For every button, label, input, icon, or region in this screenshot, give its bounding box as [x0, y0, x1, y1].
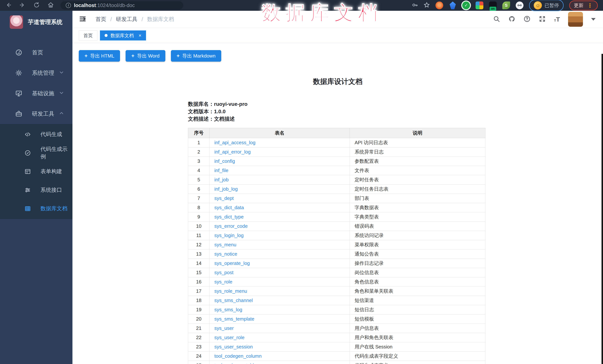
profile-paused-chip[interactable]: ☺ 已暂停: [529, 0, 564, 11]
watermark-text: 数据库文档: [262, 0, 382, 26]
breadcrumb-home[interactable]: 首页: [95, 16, 106, 23]
table-name-link[interactable]: sys_error_code: [214, 223, 248, 229]
font-size-icon[interactable]: тT: [554, 16, 560, 23]
export-word-button[interactable]: + 导出 Word: [126, 50, 165, 62]
table-name-link[interactable]: tool_codegen_column: [214, 353, 262, 359]
user-avatar[interactable]: [568, 12, 583, 27]
table-row: 20sys_sms_template短信模板: [188, 314, 485, 324]
table-name-link[interactable]: inf_config: [214, 158, 235, 164]
table-name-link[interactable]: sys_login_log: [214, 232, 244, 238]
table-name-link[interactable]: inf_job: [214, 177, 229, 182]
sidebar-item-label: 系统管理: [32, 69, 54, 77]
row-table-name: tool_codegen_table: [209, 361, 350, 364]
table-name-link[interactable]: sys_notice: [214, 251, 237, 257]
table-name-link[interactable]: inf_api_access_log: [214, 140, 255, 145]
table-name-link[interactable]: tool_codegen_table: [214, 363, 256, 364]
sidebar-item-devtools[interactable]: 研发工具: [0, 104, 72, 124]
ext-grid-icon[interactable]: [475, 1, 483, 9]
db-doc: 数据库设计文档 数据库名：ruoyi-vue-pro 文档版本：1.0.0 文档…: [72, 77, 603, 364]
table-row: 7sys_dept部门表: [188, 194, 485, 203]
dashboard-icon: [15, 49, 22, 56]
app-title: 芋道管理系统: [28, 18, 62, 26]
column-header-name: 表名: [209, 128, 350, 138]
row-seq: 20: [188, 314, 209, 324]
close-icon[interactable]: ×: [139, 33, 141, 38]
ext-puzzle-icon[interactable]: ⚯: [516, 1, 523, 9]
table-row: 13sys_notice通知公告表: [188, 250, 485, 259]
button-label: 导出 Word: [137, 53, 160, 59]
hamburger-icon[interactable]: [79, 15, 87, 23]
site-info-icon[interactable]: i: [66, 3, 71, 8]
table-row: 5inf_job定时任务表: [188, 175, 485, 185]
table-row: 8sys_dict_data字典数据表: [188, 203, 485, 212]
update-chip[interactable]: 更新 ⋮: [569, 0, 598, 11]
table-name-link[interactable]: sys_sms_template: [214, 316, 254, 322]
sidebar-item-system[interactable]: 系统管理: [0, 63, 72, 83]
table-name-link[interactable]: sys_dict_type: [214, 214, 244, 220]
table-name-link[interactable]: sys_user: [214, 325, 234, 331]
meta-value: ruoyi-vue-pro: [214, 101, 247, 107]
search-icon[interactable]: [493, 15, 500, 23]
row-table-name: sys_dict_data: [209, 203, 350, 212]
row-description: 错误码表: [350, 222, 485, 231]
table-row: 21sys_user用户信息表: [188, 324, 485, 333]
main-area: 首页 / 研发工具 / 数据库文档 тT 首页 数据库文: [72, 11, 603, 364]
table-name-link[interactable]: sys_dept: [214, 196, 234, 201]
key-icon[interactable]: [412, 2, 418, 9]
table-row: 19sys_sms_log短信日志: [188, 305, 485, 314]
table-name-link[interactable]: sys_user_session: [214, 344, 253, 350]
table-name-link[interactable]: sys_sms_channel: [214, 298, 253, 303]
sidebar-item-infra[interactable]: 基础设施: [0, 83, 72, 104]
table-name-link[interactable]: inf_file: [214, 168, 228, 173]
table-name-link[interactable]: sys_operate_log: [214, 260, 250, 266]
table-name-link[interactable]: sys_dict_data: [214, 205, 244, 210]
reload-icon[interactable]: [34, 2, 40, 9]
table-name-link[interactable]: sys_role: [214, 279, 232, 285]
gear-icon: [15, 69, 22, 77]
row-seq: 5: [188, 175, 209, 185]
row-seq: 3: [188, 157, 209, 166]
sidebar-item-home[interactable]: 首页: [0, 42, 72, 63]
sidebar-item-codegen[interactable]: 代码生成: [0, 125, 72, 144]
tab-home[interactable]: 首页: [79, 31, 97, 41]
ext-leaf-icon[interactable]: S: [502, 1, 510, 9]
table-name-link[interactable]: inf_api_error_log: [214, 149, 251, 155]
row-description: 用户在线 Session: [350, 342, 485, 352]
app-logo-row[interactable]: 芋道管理系统: [0, 11, 72, 33]
export-markdown-button[interactable]: + 导出 Markdown: [171, 50, 221, 62]
back-icon[interactable]: [5, 2, 12, 9]
sidebar-item-label: 代码生成示例: [40, 145, 72, 160]
fullscreen-icon[interactable]: [539, 15, 546, 23]
export-html-button[interactable]: + 导出 HTML: [79, 50, 120, 62]
github-icon[interactable]: [508, 15, 515, 23]
forward-icon[interactable]: [19, 2, 26, 9]
help-icon[interactable]: [523, 15, 531, 23]
sidebar-item-form-builder[interactable]: 表单构建: [0, 162, 72, 181]
table-name-link[interactable]: sys_post: [214, 270, 233, 275]
breadcrumb-devtools[interactable]: 研发工具: [116, 16, 138, 23]
ext-on-icon[interactable]: on: [489, 1, 497, 9]
sidebar-item-system-api[interactable]: 系统接口: [0, 181, 72, 199]
ext-green-check-icon[interactable]: ✓: [462, 1, 470, 9]
table-name-link[interactable]: sys_menu: [214, 242, 236, 247]
scrollbar[interactable]: [602, 54, 603, 364]
table-name-link[interactable]: inf_job_log: [214, 186, 238, 192]
row-table-name: inf_api_error_log: [209, 147, 350, 157]
table-name-link[interactable]: sys_sms_log: [214, 307, 242, 312]
ext-orange-icon[interactable]: [435, 1, 443, 9]
address-bar[interactable]: i localhost:1024/tool/db-doc: [60, 1, 183, 10]
browser-menu-icon[interactable]: ⋮: [587, 2, 593, 9]
ext-blue-icon[interactable]: [449, 1, 457, 9]
table-name-link[interactable]: sys_user_role: [214, 335, 244, 340]
sidebar-item-db-doc[interactable]: 数据库文档: [0, 199, 72, 218]
sidebar-item-label: 表单构建: [40, 168, 62, 175]
caret-down-icon[interactable]: [591, 18, 596, 21]
sidebar-menu: 首页 系统管理 基础设施 研发工具 代码生成: [0, 42, 72, 219]
doc-meta-line: 数据库名：ruoyi-vue-pro: [188, 100, 603, 108]
row-table-name: inf_job_log: [209, 185, 350, 194]
sidebar-item-codegen-demo[interactable]: 代码生成示例: [0, 144, 72, 162]
bookmark-star-icon[interactable]: [424, 2, 430, 9]
table-name-link[interactable]: sys_role_menu: [214, 288, 247, 294]
home-icon[interactable]: [47, 2, 54, 9]
tab-db-doc[interactable]: 数据库文档 ×: [100, 31, 146, 41]
